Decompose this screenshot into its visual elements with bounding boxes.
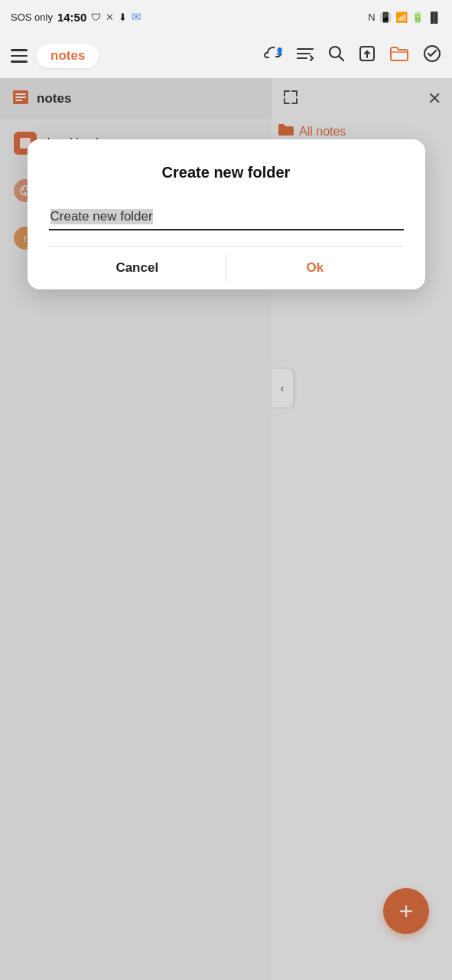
x-icon: ✕	[106, 11, 114, 23]
battery-alert-icon: 🔋	[411, 11, 424, 23]
menu-button[interactable]	[11, 49, 28, 63]
sos-text: SOS only	[11, 11, 53, 23]
nfc-icon: N	[368, 11, 375, 23]
cancel-button[interactable]: Cancel	[49, 247, 226, 289]
dialog-actions: Cancel Ok	[49, 247, 404, 289]
app-title: notes	[37, 44, 99, 68]
dialog-title: Create new folder	[49, 164, 404, 181]
status-right: N 📳 📶 🔋 ▐▌	[368, 11, 441, 23]
folder-icon[interactable]	[389, 45, 409, 67]
svg-text:👤: 👤	[275, 47, 282, 56]
create-folder-dialog: Create new folder Cancel Ok	[28, 139, 425, 289]
vibrate-icon: 📳	[379, 11, 392, 23]
modal-overlay: Create new folder Cancel Ok	[0, 78, 452, 980]
dialog-input-container	[49, 204, 404, 230]
check-icon[interactable]	[423, 44, 441, 67]
status-time: 14:50	[57, 11, 86, 24]
svg-line-6	[340, 57, 344, 61]
cloud-sync-icon[interactable]: 👤	[262, 45, 282, 67]
download-icon: ⬇	[119, 11, 127, 23]
app-bar-right: 👤	[262, 44, 441, 67]
wifi-icon: 📶	[395, 11, 408, 23]
app-bar: notes 👤	[0, 34, 452, 78]
main-container: notes local backup Change theme ! Precau…	[0, 78, 452, 980]
export-icon[interactable]	[359, 45, 376, 67]
email-icon: ✉	[132, 10, 141, 24]
status-bar: SOS only 14:50 🛡 ✕ ⬇ ✉ N 📳 📶 🔋 ▐▌	[0, 0, 452, 34]
battery-icon: ▐▌	[428, 11, 441, 23]
app-bar-left: notes	[11, 44, 99, 68]
ok-button[interactable]: Ok	[226, 247, 404, 289]
status-left: SOS only 14:50 🛡 ✕ ⬇ ✉	[11, 10, 141, 24]
search-icon[interactable]	[328, 45, 345, 67]
folder-name-input[interactable]	[49, 204, 404, 230]
sort-list-icon[interactable]	[296, 45, 314, 67]
shield-icon: 🛡	[91, 11, 101, 23]
